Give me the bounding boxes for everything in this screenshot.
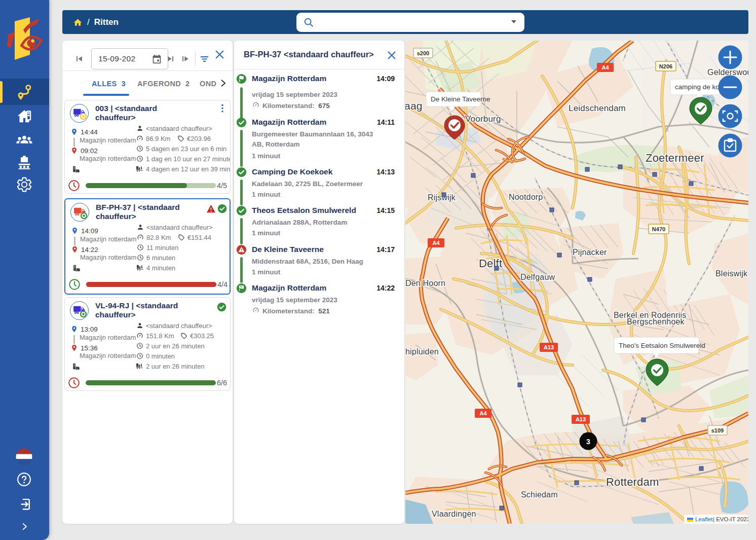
- svg-text:Schiedam: Schiedam: [521, 490, 558, 499]
- svg-text:Leidschendam: Leidschendam: [569, 103, 626, 113]
- svg-text:Gelderswoude: Gelderswoude: [707, 68, 748, 77]
- svg-text:N206: N206: [659, 63, 672, 69]
- svg-text:s109: s109: [711, 427, 724, 434]
- svg-text:Leaflet: Leaflet: [695, 516, 713, 522]
- svg-text:A4: A4: [432, 240, 440, 246]
- svg-text:A4: A4: [479, 410, 487, 416]
- svg-text:s200: s200: [417, 50, 429, 56]
- svg-text:Vlaardingen: Vlaardingen: [432, 510, 476, 518]
- svg-text:Delfgauw: Delfgauw: [520, 273, 555, 281]
- svg-text:A4: A4: [601, 64, 609, 70]
- svg-text:De Kleine Taveerne: De Kleine Taveerne: [431, 95, 490, 103]
- svg-text:Bleiswijk: Bleiswijk: [715, 269, 748, 278]
- svg-text:Voorburg: Voorburg: [465, 114, 501, 124]
- svg-text:Zoetermeer: Zoetermeer: [646, 152, 704, 164]
- svg-text:Pijnacker: Pijnacker: [573, 248, 607, 257]
- svg-text:A13: A13: [544, 344, 554, 350]
- svg-text:3: 3: [586, 438, 590, 446]
- svg-text:Nootdorp: Nootdorp: [509, 193, 543, 201]
- svg-text:N470: N470: [652, 226, 665, 232]
- svg-text:Theo's Eetsalon Smulwereld: Theo's Eetsalon Smulwereld: [619, 342, 705, 349]
- svg-text:Den Hoorn: Den Hoorn: [405, 279, 445, 287]
- svg-text:aag: aag: [405, 100, 423, 112]
- svg-text:| EVO-IT 2023: | EVO-IT 2023: [713, 516, 748, 522]
- svg-text:A13: A13: [576, 416, 586, 422]
- svg-text:Rotterdam: Rotterdam: [606, 476, 659, 488]
- svg-text:Bergschenhoek: Bergschenhoek: [627, 317, 685, 326]
- svg-text:hipluiden: hipluiden: [405, 347, 439, 356]
